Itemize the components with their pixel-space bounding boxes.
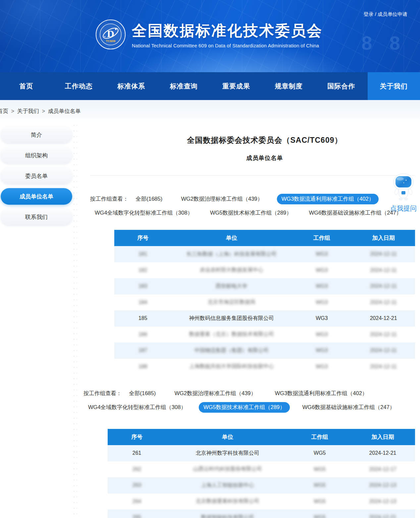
members-table-wg3: 序号 单位 工作组 加入日期 181 长三角数据（上海）科技发展有限公司	[114, 230, 415, 375]
cell-serial: 183	[138, 283, 147, 289]
breadcrumb-item[interactable]: 首页	[0, 108, 8, 114]
nav-item[interactable]: 标准查询	[158, 72, 210, 100]
nav-item[interactable]: 标准体系	[105, 72, 158, 100]
cell-unit: 数据智能科技有限公司	[201, 514, 254, 518]
table-row[interactable]: 186 数据要素（北京）数据技术有限公司 WG3 2024-12-11	[114, 327, 415, 343]
assistant-robot-icon[interactable]	[392, 173, 415, 202]
workgroup-filter[interactable]: WG5数据技术标准工作组（289）	[205, 208, 296, 218]
sidebar: 简介 组织架构 委员名单 成员单位名单 联系我们	[0, 123, 74, 518]
breadcrumb-bar: 首页 关于我们 成员单位名单	[0, 100, 420, 123]
cell-workgroup: WG3	[316, 251, 328, 257]
logo-letter: D	[107, 28, 114, 39]
workgroup-filter[interactable]: WG2数据治理标准工作组（439）	[170, 388, 261, 399]
cell-join-date: 2024-12-11	[370, 347, 397, 353]
sidebar-item[interactable]: 联系我们	[1, 209, 72, 225]
workgroup-filter[interactable]: 全部(1685)	[125, 388, 161, 399]
workgroup-filter[interactable]: WG5数据技术标准工作组（289）	[199, 402, 290, 413]
sidebar-item-label: 联系我们	[25, 213, 48, 221]
table-header-cell: 工作组	[289, 429, 351, 445]
nav-item[interactable]: 规章制度	[263, 72, 315, 100]
cell-workgroup: WG5	[314, 466, 326, 472]
cell-join-date: 2024-12-11	[370, 251, 397, 257]
workgroup-filter[interactable]: WG4全域数字化转型标准工作组（308）	[83, 402, 191, 413]
breadcrumb-item[interactable]: 关于我们	[10, 108, 39, 114]
cell-workgroup: WG3	[316, 332, 328, 337]
cell-serial: 184	[138, 299, 147, 305]
table-header-cell: 序号	[108, 429, 166, 445]
workgroup-filter[interactable]: WG6数据基础设施标准工作组（247）	[298, 402, 400, 413]
cell-workgroup: WG5	[314, 482, 326, 488]
nav-item-label: 关于我们	[380, 82, 408, 91]
workgroup-filter[interactable]: WG3数据流通利用标准工作组（402）	[270, 388, 372, 399]
table-row[interactable]: 181 长三角数据（上海）科技发展有限公司 WG3 2024-12-11	[114, 246, 415, 262]
table-row[interactable]: 187 中国物流集团（集团）有限公司 WG3 2024-12-11	[114, 342, 415, 359]
assistant-label[interactable]: 点我提问	[388, 204, 419, 213]
filter-section-wg5: 按工作组查看： 全部(1685) WG2数据治理标准工作组（439） WG3数据…	[83, 388, 415, 413]
sidebar-item[interactable]: 成员单位名单	[1, 188, 72, 205]
sidebar-item[interactable]: 简介	[1, 127, 72, 143]
nav-item[interactable]: 工作动态	[53, 72, 105, 100]
nav-item[interactable]: 关于我们	[368, 72, 420, 100]
table-header-cell: 单位	[172, 230, 292, 246]
cell-join-date: 2024-12-13	[369, 482, 396, 488]
cell-join-date: 2024-12-11	[370, 364, 397, 370]
nav-item-label: 工作动态	[65, 82, 93, 91]
table-row[interactable]: 185 神州数码信息服务集团股份有限公司 WG3 2024-12-21	[114, 310, 415, 327]
cell-workgroup: WG5	[314, 514, 326, 518]
cell-unit: 西安邮电大学	[216, 283, 247, 290]
table-header-cell: 加入日期	[352, 230, 415, 246]
table-row[interactable]: 188 上海数能共创大学国际科技创新中心 WG3 2024-12-11	[114, 359, 415, 375]
table-header-cell: 工作组	[292, 230, 352, 246]
cell-serial: 188	[138, 364, 147, 370]
nav-item[interactable]: 重要成果	[210, 72, 263, 100]
cell-workgroup: WG5	[314, 498, 326, 504]
workgroup-filter[interactable]: WG3数据流通利用标准工作组（402）	[277, 194, 379, 204]
filter-label: 按工作组查看：	[83, 390, 122, 397]
table-row[interactable]: 262 山西云时代科技股份有限公司 WG5 2024-12-17	[108, 461, 415, 478]
cell-workgroup: WG3	[316, 267, 328, 273]
nav-item[interactable]: 国际合作	[315, 72, 368, 100]
cell-serial: 262	[132, 466, 141, 472]
assistant-widget[interactable]: 点我提问	[388, 173, 419, 213]
cell-join-date: 2024-12-21	[369, 514, 396, 518]
table-header-cell: 序号	[114, 230, 172, 246]
cell-unit: 上海数能共创大学国际科技创新中心	[189, 363, 274, 370]
sidebar-item-label: 委员名单	[25, 172, 48, 180]
table-row[interactable]: 183 西安邮电大学 WG3 2024-12-11	[114, 278, 415, 294]
table-row[interactable]: 264 北京数据要素科技有限公司 WG5 2024-12-13	[108, 493, 415, 510]
table-row[interactable]: 263 上海人工智能创新中心 WG5 2024-12-13	[108, 477, 415, 493]
breadcrumb-item[interactable]: 成员单位名单	[40, 108, 80, 114]
cell-unit: 农业农村部大数据发展中心	[200, 267, 263, 274]
divider	[90, 175, 415, 176]
site-title-en: National Technical Committee 609 on Data…	[132, 43, 323, 48]
workgroup-filter[interactable]: 全部(1685)	[131, 194, 167, 204]
cell-serial: 264	[132, 498, 141, 504]
table-row[interactable]: 184 北京市海淀区数据局 WG3 2024-12-11	[114, 294, 415, 311]
filter-label: 按工作组查看：	[90, 195, 129, 203]
nav-item-label: 标准查询	[170, 82, 198, 91]
cell-unit: 北京神州数字科技有限公司	[196, 450, 259, 457]
sidebar-item[interactable]: 委员名单	[1, 168, 72, 184]
table-row[interactable]: 261 北京神州数字科技有限公司 WG5 2024-12-21	[108, 445, 415, 461]
login-apply-link[interactable]: 登录 / 成员单位申请	[363, 11, 407, 18]
cell-unit: 神州数码信息服务集团股份有限公司	[189, 315, 274, 322]
sidebar-item[interactable]: 组织架构	[1, 147, 72, 164]
cell-unit: 中国物流集团（集团）有限公司	[194, 347, 269, 354]
sidebar-item-label: 组织架构	[25, 152, 48, 159]
cell-serial: 182	[138, 267, 147, 273]
workgroup-filter[interactable]: WG4全域数字化转型标准工作组（308）	[90, 208, 197, 218]
cell-serial: 265	[132, 514, 141, 518]
header-decoration-digits: 8 8	[361, 32, 406, 54]
cell-serial: 261	[132, 450, 141, 456]
site-logo: D TC609	[95, 19, 126, 50]
nav-item[interactable]: 首页	[0, 72, 53, 100]
cell-join-date: 2024-12-21	[369, 450, 396, 456]
logo-code: TC609	[106, 39, 116, 43]
table-header-row: 序号 单位 工作组 加入日期	[108, 429, 415, 445]
workgroup-filter[interactable]: WG2数据治理标准工作组（439）	[177, 194, 268, 204]
cell-serial: 186	[138, 332, 147, 337]
cell-workgroup: WG5	[314, 450, 326, 456]
cell-unit: 北京市海淀区数据局	[208, 299, 255, 306]
table-row[interactable]: 182 农业农村部大数据发展中心 WG3 2024-12-11	[114, 262, 415, 279]
table-row[interactable]: 265 数据智能科技有限公司 WG5 2024-12-21	[108, 509, 415, 518]
